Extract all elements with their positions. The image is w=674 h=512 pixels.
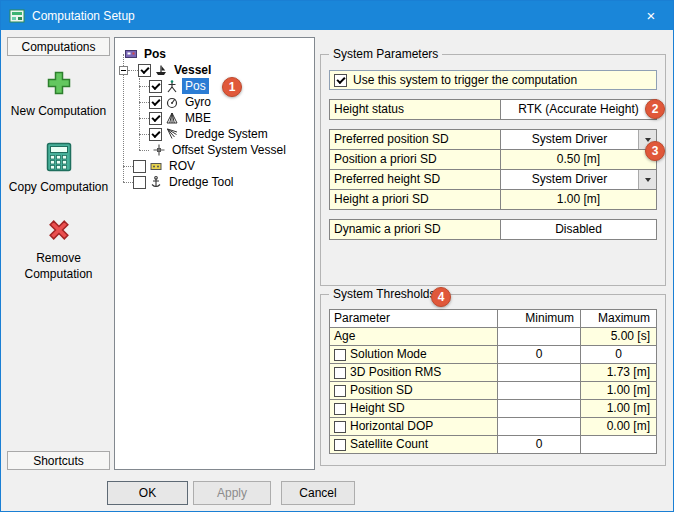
window-title: Computation Setup (32, 9, 135, 23)
position-sd-minimum-cell[interactable] (498, 382, 580, 399)
shortcuts-bar-button[interactable]: Shortcuts (7, 451, 110, 470)
tree-item-offset-system-vessel[interactable]: Offset System Vessel (115, 142, 314, 158)
tree-item-label: Offset System Vessel (169, 142, 289, 158)
vessel-checkbox[interactable] (138, 64, 151, 77)
tree-connector-stub (123, 182, 133, 183)
position-sd-label: Position SD (350, 382, 413, 399)
solution-mode-label: Solution Mode (350, 346, 427, 363)
tree-item-dredge-tool[interactable]: Dredge Tool (115, 174, 314, 190)
horizontal-dop-maximum-cell[interactable]: 0.00 [m] (581, 418, 656, 435)
horizontal-dop-label: Horizontal DOP (350, 418, 433, 435)
height-status-value-cell[interactable]: RTK (Accurate Height) (501, 100, 656, 119)
computation-icon (123, 47, 139, 61)
satellite-count-checkbox[interactable] (334, 439, 346, 451)
horizontal-dop-checkbox[interactable] (334, 421, 346, 433)
3d-position-rms-maximum-cell[interactable]: 1.73 [m] (581, 364, 656, 381)
tree-item-label: ROV (166, 158, 198, 174)
dredge-system-icon (164, 127, 180, 141)
tree-connector-stub (123, 166, 133, 167)
satellite-count-maximum-cell[interactable] (581, 436, 656, 453)
copy-computation-button[interactable]: Copy Computation (7, 142, 110, 196)
computations-bar-button[interactable]: Computations (7, 37, 110, 56)
offset-system-icon (151, 143, 167, 157)
preferred-position-sd-combobox[interactable]: System Driver (501, 130, 656, 149)
gyro-checkbox[interactable] (149, 96, 162, 109)
computation-tree-panel[interactable]: Pos Vessel (114, 37, 315, 470)
tree-connector-stub (139, 150, 149, 151)
rov-checkbox[interactable] (133, 160, 146, 173)
anchor-icon (148, 175, 164, 189)
position-sd-checkbox[interactable] (334, 385, 346, 397)
step-badge-1: 1 (222, 77, 242, 97)
tree-item-pos[interactable]: Pos (115, 78, 314, 94)
position-a-priori-sd-value[interactable]: 0.50 [m] (501, 150, 656, 169)
remove-computation-label: Remove Computation (7, 251, 110, 282)
3d-position-rms-checkbox[interactable] (334, 367, 346, 379)
horizontal-dop-minimum-cell[interactable] (498, 418, 580, 435)
system-parameters-group: System Parameters Use this system to tri… (320, 54, 666, 286)
step-badge-3: 3 (645, 141, 665, 161)
new-computation-button[interactable]: New Computation (7, 70, 110, 120)
position-a-priori-sd-label: Position a priori SD (330, 150, 500, 169)
tree-item-dredge-system[interactable]: Dredge System (115, 126, 314, 142)
age-minimum-cell[interactable] (498, 328, 580, 345)
cancel-button[interactable]: Cancel (281, 481, 355, 505)
dynamic-sd-table: Dynamic a priori SD Disabled (329, 219, 657, 240)
age-maximum-cell[interactable]: 5.00 [s] (581, 328, 656, 345)
tree-item-pos-root[interactable]: Pos (115, 46, 314, 62)
new-computation-label: New Computation (11, 104, 106, 120)
preferred-height-sd-combobox[interactable]: System Driver (501, 170, 656, 189)
threshold-row-satellite-count: Satellite Count (330, 436, 497, 453)
remove-computation-button[interactable]: Remove Computation (7, 217, 110, 282)
dialog-content: Computations New Computation (2, 30, 672, 510)
dropdown-button[interactable] (638, 170, 656, 189)
tree-item-vessel[interactable]: Vessel (115, 62, 314, 78)
solution-mode-minimum-cell[interactable]: 0 (498, 346, 580, 363)
height-sd-minimum-cell[interactable] (498, 400, 580, 417)
threshold-row-position-sd: Position SD (330, 382, 497, 399)
tree-connector-stub (139, 134, 149, 135)
dredge-system-checkbox[interactable] (149, 128, 162, 141)
height-a-priori-sd-label: Height a priori SD (330, 190, 500, 209)
height-sd-label: Height SD (350, 400, 405, 417)
3d-position-rms-label: 3D Position RMS (350, 364, 441, 381)
dredge-tool-checkbox[interactable] (133, 176, 146, 189)
apply-button[interactable]: Apply (193, 481, 271, 505)
titlebar[interactable]: Computation Setup × (1, 1, 673, 30)
height-a-priori-sd-value[interactable]: 1.00 [m] (501, 190, 656, 209)
computation-setup-dialog: Computation Setup × Computations New Com… (0, 0, 674, 512)
satellite-count-minimum-cell[interactable]: 0 (498, 436, 580, 453)
threshold-row-solution-mode: Solution Mode (330, 346, 497, 363)
tree-item-label: Pos (141, 46, 169, 62)
step-badge-2: 2 (645, 99, 665, 119)
dynamic-a-priori-sd-value[interactable]: Disabled (501, 220, 656, 239)
threshold-row-3d-position-rms: 3D Position RMS (330, 364, 497, 381)
threshold-row-horizontal-dop: Horizontal DOP (330, 418, 497, 435)
column-header-parameter: Parameter (330, 310, 497, 327)
mbe-checkbox[interactable] (149, 112, 162, 125)
close-button[interactable]: × (629, 1, 673, 30)
collapse-expander-icon[interactable] (119, 66, 128, 75)
tree-item-gyro[interactable]: Gyro (115, 94, 314, 110)
tree-item-rov[interactable]: ROV (115, 158, 314, 174)
preferred-height-sd-label: Preferred height SD (330, 170, 500, 189)
ok-button[interactable]: OK (107, 481, 188, 505)
age-label: Age (334, 328, 355, 345)
app-icon (9, 8, 25, 24)
tree-item-label: Dredge Tool (166, 174, 237, 190)
threshold-row-age: Age (330, 328, 497, 345)
height-sd-checkbox[interactable] (334, 403, 346, 415)
trigger-computation-checkbox[interactable] (334, 74, 347, 87)
pos-checkbox[interactable] (149, 80, 162, 93)
combobox-value: System Driver (501, 170, 638, 189)
tree-connector-stub (139, 86, 149, 87)
dynamic-a-priori-sd-label: Dynamic a priori SD (330, 220, 500, 239)
3d-position-rms-minimum-cell[interactable] (498, 364, 580, 381)
tree-item-mbe[interactable]: MBE (115, 110, 314, 126)
solution-mode-checkbox[interactable] (334, 349, 346, 361)
tree-item-label-selected: Pos (182, 78, 209, 94)
height-sd-maximum-cell[interactable]: 1.00 [m] (581, 400, 656, 417)
position-sd-maximum-cell[interactable]: 1.00 [m] (581, 382, 656, 399)
trigger-computation-row[interactable]: Use this system to trigger the computati… (329, 70, 657, 90)
solution-mode-maximum-cell[interactable]: 0 (581, 346, 656, 363)
